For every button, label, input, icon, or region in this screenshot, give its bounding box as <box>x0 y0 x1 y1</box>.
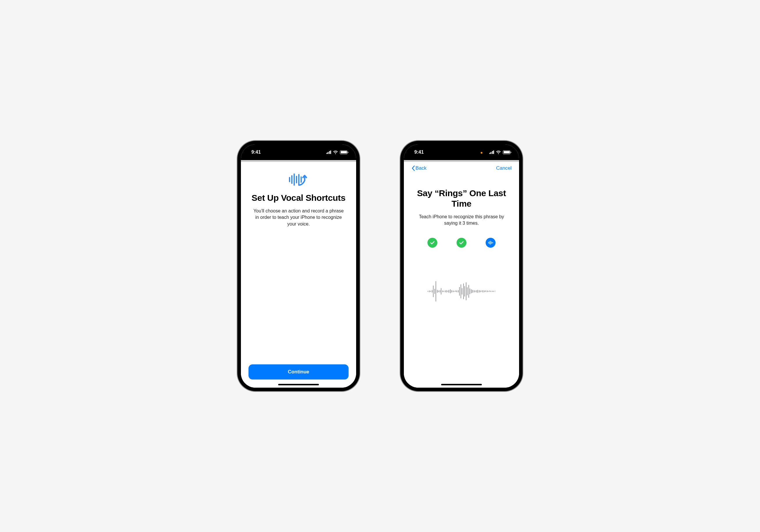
vocal-shortcut-hero-icon <box>249 172 349 187</box>
progress-step-2-done <box>456 238 466 248</box>
microphone-active-indicator-icon <box>481 152 482 154</box>
battery-icon <box>503 150 510 154</box>
phone-screen-left: 9:41 <box>241 144 356 388</box>
checkmark-icon <box>430 241 435 244</box>
phone-frame-right: 9:41 Back Cancel Say “Rings” One Last Ti… <box>401 141 523 391</box>
status-icons <box>326 150 348 154</box>
wifi-icon <box>333 150 338 154</box>
progress-step-1-done <box>427 238 437 248</box>
audio-wave-icon <box>488 241 493 245</box>
progress-step-3-recording <box>486 238 496 248</box>
setup-title: Set Up Vocal Shortcuts <box>249 193 349 203</box>
nav-bar: Back Cancel <box>411 162 511 174</box>
battery-icon <box>340 150 348 154</box>
cancel-button[interactable]: Cancel <box>496 165 511 171</box>
cellular-signal-icon <box>490 150 494 154</box>
recording-waveform <box>411 280 511 303</box>
back-label: Back <box>415 165 427 171</box>
cellular-signal-icon <box>326 150 331 154</box>
chevron-left-icon <box>411 165 415 171</box>
setup-subtitle: You'll choose an action and record a phr… <box>249 208 349 227</box>
setup-sheet: Set Up Vocal Shortcuts You'll choose an … <box>241 162 356 388</box>
training-title: Say “Rings” One Last Time <box>411 188 511 209</box>
training-progress <box>411 238 511 248</box>
checkmark-icon <box>459 241 464 244</box>
back-button[interactable]: Back <box>411 165 427 171</box>
phone-frame-left: 9:41 <box>237 141 359 391</box>
status-time: 9:41 <box>414 150 424 155</box>
wifi-icon <box>496 150 501 154</box>
status-icons <box>490 150 511 154</box>
home-indicator[interactable] <box>278 384 319 385</box>
phone-screen-right: 9:41 Back Cancel Say “Rings” One Last Ti… <box>404 144 519 388</box>
continue-button[interactable]: Continue <box>249 364 349 379</box>
status-time: 9:41 <box>251 150 261 155</box>
training-sheet: Back Cancel Say “Rings” One Last Time Te… <box>404 162 519 388</box>
dynamic-island <box>444 148 479 158</box>
dynamic-island <box>281 148 316 158</box>
training-subtitle: Teach iPhone to recognize this phrase by… <box>411 214 511 227</box>
home-indicator[interactable] <box>441 384 482 385</box>
